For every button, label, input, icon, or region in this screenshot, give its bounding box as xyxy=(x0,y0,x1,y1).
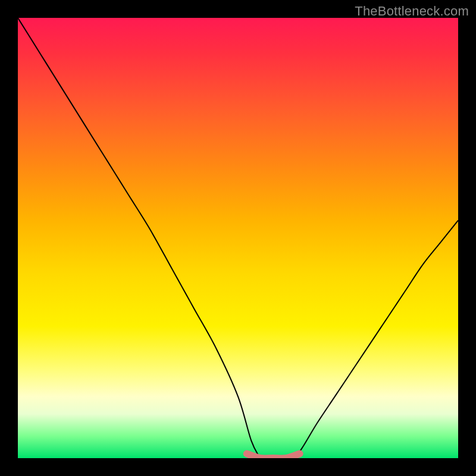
chart-svg xyxy=(18,18,458,458)
left-curve xyxy=(18,18,260,458)
plot-area xyxy=(18,18,458,458)
chart-frame: TheBottleneck.com xyxy=(0,0,476,476)
right-curve xyxy=(295,220,458,458)
bottom-highlight xyxy=(247,454,300,458)
attribution-text: TheBottleneck.com xyxy=(355,4,469,19)
